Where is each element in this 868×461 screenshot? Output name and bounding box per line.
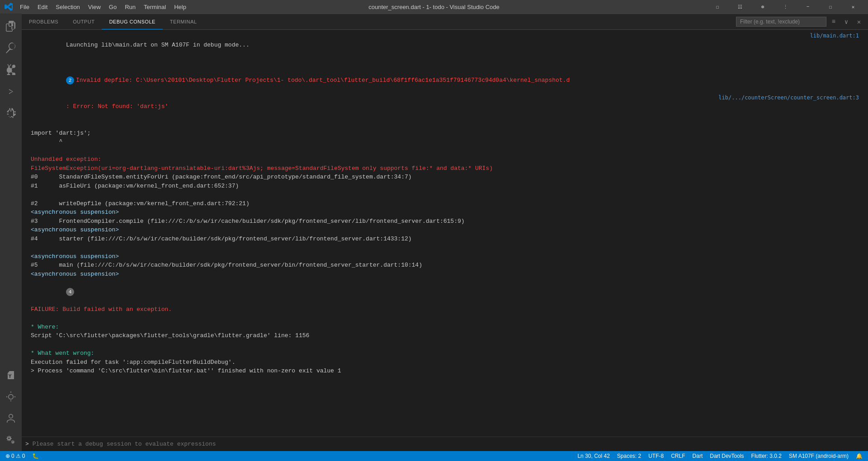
language-text: Dart bbox=[693, 453, 703, 459]
status-debug[interactable]: 🐛 bbox=[30, 451, 41, 461]
activity-bar bbox=[0, 14, 22, 451]
console-line bbox=[22, 146, 868, 155]
title-bar-left: File Edit Selection View Go Run Terminal… bbox=[5, 3, 190, 11]
console-line: 2Invalid depfile: C:\Users\20101\Desktop… bbox=[22, 67, 868, 94]
right-ref-3: lib/.../counterScreen/counter_screen.dar… bbox=[718, 94, 859, 102]
console-line: #3 FrontendCompiler.compile (file:///C:/… bbox=[22, 217, 868, 226]
tab-output[interactable]: OUTPUT bbox=[66, 14, 102, 29]
line-ending-text: CRLF bbox=[671, 453, 685, 459]
depfile-error-text: Invalid depfile: C:\Users\20101\Desktop\… bbox=[76, 77, 570, 84]
status-spaces[interactable]: Spaces: 2 bbox=[615, 451, 643, 461]
devtools-text: Dart DevTools bbox=[710, 453, 744, 459]
console-line: <asynchronous suspension> bbox=[22, 252, 868, 261]
layout-icon[interactable]: ☐ bbox=[707, 0, 728, 14]
console-input[interactable] bbox=[33, 441, 864, 447]
console-line: <asynchronous suspension> bbox=[22, 208, 868, 217]
console-line: Launching lib\main.dart on SM A107F in d… bbox=[22, 32, 868, 67]
right-ref-1: lib/main.dart:1 bbox=[810, 32, 859, 40]
run-debug-activity-icon[interactable] bbox=[0, 80, 22, 102]
console-line bbox=[22, 243, 868, 252]
error-icon: ⚠ bbox=[16, 453, 21, 459]
status-devtools[interactable]: Dart DevTools bbox=[708, 451, 745, 461]
extensions-activity-icon[interactable] bbox=[0, 102, 22, 124]
console-line: #1 asFileUri (package:vm/kernel_front_en… bbox=[22, 182, 868, 191]
console-prompt-icon: > bbox=[25, 441, 29, 447]
filter-input[interactable] bbox=[736, 17, 826, 27]
console-line: 4 bbox=[22, 278, 868, 305]
tab-debug-console[interactable]: DEBUG CONSOLE bbox=[102, 14, 162, 29]
tab-problems[interactable]: PROBLEMS bbox=[22, 14, 66, 29]
console-input-row: > bbox=[22, 437, 868, 451]
close-panel-icon[interactable]: ✕ bbox=[854, 16, 864, 27]
debug-icon: 🐛 bbox=[32, 453, 39, 459]
window-controls: ☐ ☷ ☸ ⋮ − ☐ ✕ bbox=[707, 0, 863, 14]
dart-js-error-text: : Error: Not found: 'dart:js' bbox=[66, 103, 168, 110]
chevron-down-icon[interactable]: ∨ bbox=[841, 16, 852, 27]
status-bar: ⊕ 0 ⚠ 0 🐛 Ln 30, Col 42 Spaces: 2 UTF-8 … bbox=[0, 451, 868, 461]
menu-view[interactable]: View bbox=[85, 3, 104, 11]
console-line: FileSystemException(uri=org-dartlang-unt… bbox=[22, 164, 868, 173]
menu-terminal[interactable]: Terminal bbox=[140, 3, 170, 11]
menu-help[interactable]: Help bbox=[170, 3, 190, 11]
tab-terminal[interactable]: TERMINAL bbox=[163, 14, 204, 29]
minimize-button[interactable]: − bbox=[797, 0, 818, 14]
status-notifications[interactable]: 🔔 bbox=[854, 451, 864, 461]
console-line: #5 main (file:///C:/b/s/w/ir/cache/build… bbox=[22, 261, 868, 270]
status-line-ending[interactable]: CRLF bbox=[669, 451, 687, 461]
console-line bbox=[22, 314, 868, 323]
encoding-text: UTF-8 bbox=[648, 453, 664, 459]
console-line bbox=[22, 340, 868, 349]
search-activity-icon[interactable] bbox=[0, 37, 22, 59]
console-line: : Error: Not found: 'dart:js' lib/.../co… bbox=[22, 94, 868, 129]
filter-options-icon[interactable]: ≡ bbox=[828, 16, 839, 27]
status-flutter-version[interactable]: Flutter: 3.0.2 bbox=[750, 451, 783, 461]
console-line: FAILURE: Build failed with an exception. bbox=[22, 305, 868, 314]
console-line: * What went wrong: bbox=[22, 349, 868, 358]
launch-text: Launching lib\main.dart on SM A107F in d… bbox=[66, 42, 250, 48]
menu-file[interactable]: File bbox=[16, 3, 33, 11]
console-line: #4 starter (file:///C:/b/s/w/ir/cache/bu… bbox=[22, 235, 868, 244]
explorer-activity-icon[interactable] bbox=[0, 15, 22, 37]
layout2-icon[interactable]: ☷ bbox=[730, 0, 750, 14]
notification-icon: 🔔 bbox=[856, 453, 863, 459]
source-control-activity-icon[interactable] bbox=[0, 59, 22, 80]
main-container: PROBLEMS OUTPUT DEBUG CONSOLE TERMINAL ≡… bbox=[0, 14, 868, 451]
menu-bar: File Edit Selection View Go Run Terminal… bbox=[16, 3, 190, 11]
position-text: Ln 30, Col 42 bbox=[577, 453, 609, 459]
status-encoding[interactable]: UTF-8 bbox=[646, 451, 665, 461]
account-activity-icon[interactable] bbox=[0, 408, 22, 429]
menu-selection[interactable]: Selection bbox=[52, 3, 83, 11]
status-device[interactable]: SM A107F (android-arm) bbox=[787, 451, 850, 461]
status-remote[interactable]: ⊕ 0 ⚠ 0 bbox=[4, 451, 27, 461]
console-line: ^ bbox=[22, 137, 868, 146]
device-text: SM A107F (android-arm) bbox=[789, 453, 849, 459]
console-line: > Process 'command 'C:\src\flutter\bin\f… bbox=[22, 367, 868, 376]
console-line: Script 'C:\src\flutter\packages\flutter_… bbox=[22, 331, 868, 340]
console-line: <asynchronous suspension> bbox=[22, 270, 868, 279]
panel: PROBLEMS OUTPUT DEBUG CONSOLE TERMINAL ≡… bbox=[22, 14, 868, 451]
settings-activity-icon[interactable] bbox=[0, 429, 22, 451]
status-language[interactable]: Dart bbox=[691, 451, 705, 461]
error-badge-2: 2 bbox=[66, 76, 74, 85]
panel-tabs-right: ≡ ∨ ✕ bbox=[736, 14, 868, 29]
test-activity-icon[interactable] bbox=[0, 364, 22, 386]
remote-explorer-activity-icon[interactable] bbox=[0, 386, 22, 408]
title-bar: File Edit Selection View Go Run Terminal… bbox=[0, 0, 868, 14]
close-button[interactable]: ✕ bbox=[843, 0, 863, 14]
flutter-version-text: Flutter: 3.0.2 bbox=[751, 453, 782, 459]
maximize-button[interactable]: ☐ bbox=[820, 0, 841, 14]
menu-edit[interactable]: Edit bbox=[34, 3, 51, 11]
console-line: import 'dart:js'; bbox=[22, 129, 868, 138]
status-position[interactable]: Ln 30, Col 42 bbox=[576, 451, 611, 461]
console-line: * Where: bbox=[22, 323, 868, 332]
menu-go[interactable]: Go bbox=[105, 3, 120, 11]
status-remote-text: 0 bbox=[11, 453, 14, 459]
layout3-icon[interactable]: ☸ bbox=[752, 0, 773, 14]
menu-run[interactable]: Run bbox=[121, 3, 139, 11]
layout4-icon[interactable]: ⋮ bbox=[775, 0, 796, 14]
error-badge-4: 4 bbox=[66, 288, 74, 296]
console-output[interactable]: Launching lib\main.dart on SM A107F in d… bbox=[22, 30, 868, 437]
console-line: #2 writeDepfile (package:vm/kernel_front… bbox=[22, 199, 868, 208]
vscode-logo-icon bbox=[5, 3, 13, 11]
window-title: counter_screen.dart - 1- todo - Visual S… bbox=[368, 4, 500, 10]
